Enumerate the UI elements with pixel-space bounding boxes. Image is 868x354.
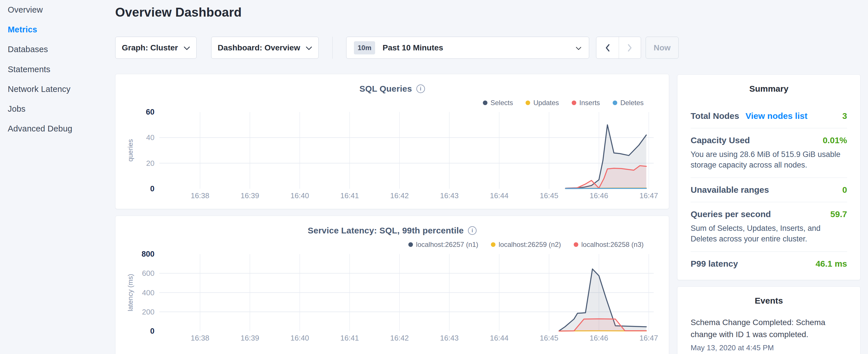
svg-text:16:44: 16:44 — [490, 191, 508, 200]
sidebar: OverviewMetricsDatabasesStatementsNetwor… — [0, 0, 113, 354]
svg-text:16:38: 16:38 — [191, 191, 209, 200]
chart-plot-svg: 16:3816:3916:4016:4116:4216:4316:4416:45… — [116, 74, 669, 207]
next-range-button[interactable] — [619, 37, 641, 58]
svg-text:16:39: 16:39 — [241, 334, 259, 342]
svg-text:16:44: 16:44 — [490, 334, 508, 342]
sql-queries-plot[interactable]: 16:3816:3916:4016:4116:4216:4316:4416:45… — [116, 74, 669, 209]
svg-text:16:43: 16:43 — [440, 191, 459, 200]
chevron-right-icon — [627, 44, 632, 52]
svg-text:600: 600 — [142, 269, 154, 278]
svg-text:16:42: 16:42 — [390, 191, 409, 200]
service-latency-plot[interactable]: 16:3816:3916:4016:4116:4216:4316:4416:45… — [116, 216, 669, 354]
toolbar: Graph: Cluster Dashboard: Overview 10m P… — [115, 37, 679, 59]
svg-text:0: 0 — [150, 185, 154, 193]
time-range-label: Past 10 Minutes — [382, 43, 443, 53]
events-panel: Events Schema Change Completed: Schema c… — [677, 286, 861, 354]
svg-text:queries: queries — [126, 139, 134, 162]
svg-text:200: 200 — [142, 308, 154, 316]
svg-text:0: 0 — [150, 327, 154, 335]
view-nodes-list-link[interactable]: View nodes list — [745, 111, 807, 121]
sql-queries-chart-card: SQL Queries i SelectsUpdatesInsertsDelet… — [115, 74, 669, 209]
svg-text:16:40: 16:40 — [290, 334, 309, 342]
event-timestamp: May 13, 2020 at 4:45 PM — [691, 344, 847, 352]
sidebar-item-advanced-debug[interactable]: Advanced Debug — [8, 125, 72, 133]
svg-text:16:40: 16:40 — [290, 191, 309, 200]
event-text: Schema Change Completed: Schema change w… — [691, 317, 847, 341]
summary-row-value: 0 — [842, 185, 847, 195]
main-content: Overview Dashboard Graph: Cluster Dashbo… — [115, 0, 679, 354]
summary-row-value: 3 — [842, 111, 847, 121]
summary-title: Summary — [691, 84, 847, 94]
event-item[interactable]: Schema Change Completed: Schema change w… — [691, 317, 847, 352]
summary-row-main: Capacity Used0.01% — [691, 135, 847, 145]
dashboard-dropdown-label: Dashboard: Overview — [218, 43, 300, 53]
summary-row-label: Queries per second — [691, 210, 771, 219]
svg-text:16:41: 16:41 — [340, 191, 359, 200]
svg-text:16:39: 16:39 — [241, 191, 259, 200]
svg-text:16:47: 16:47 — [639, 191, 658, 200]
summary-row: Total NodesView nodes list3 — [691, 104, 847, 128]
chevron-left-icon — [605, 44, 610, 52]
svg-text:16:42: 16:42 — [390, 334, 409, 342]
svg-text:60: 60 — [146, 108, 154, 116]
now-button[interactable]: Now — [646, 37, 679, 59]
summary-row-label: Unavailable ranges — [691, 185, 769, 195]
chart-plot-svg: 16:3816:3916:4016:4116:4216:4316:4416:45… — [116, 216, 669, 350]
dashboard-dropdown[interactable]: Dashboard: Overview — [211, 37, 319, 59]
svg-text:16:45: 16:45 — [539, 334, 558, 342]
sidebar-item-databases[interactable]: Databases — [8, 45, 48, 54]
summary-row-main: P99 latency46.1 ms — [691, 259, 847, 269]
sidebar-item-metrics[interactable]: Metrics — [8, 26, 37, 34]
svg-text:800: 800 — [142, 250, 154, 258]
summary-row-label: Total Nodes — [691, 111, 739, 121]
svg-text:40: 40 — [146, 133, 154, 142]
summary-row: P99 latency46.1 ms — [691, 252, 847, 276]
events-title: Events — [691, 296, 847, 305]
previous-range-button[interactable] — [596, 37, 619, 58]
svg-text:16:38: 16:38 — [191, 334, 209, 342]
service-latency-chart-card: Service Latency: SQL, 99th percentile i … — [115, 216, 669, 354]
summary-row: Unavailable ranges0 — [691, 178, 847, 202]
sidebar-item-overview[interactable]: Overview — [8, 6, 43, 14]
svg-text:latency (ms): latency (ms) — [126, 274, 134, 311]
sidebar-item-network-latency[interactable]: Network Latency — [8, 85, 70, 93]
chevron-down-icon — [306, 46, 312, 50]
svg-text:400: 400 — [142, 288, 154, 297]
chevron-down-icon — [184, 46, 190, 50]
time-range-selector[interactable]: 10m Past 10 Minutes — [346, 37, 589, 59]
summary-row-label: Capacity Used — [691, 135, 750, 145]
summary-row-value: 46.1 ms — [815, 259, 847, 269]
svg-text:16:45: 16:45 — [539, 191, 558, 200]
svg-text:16:47: 16:47 — [639, 334, 658, 342]
summary-row: Queries per second59.7Sum of Selects, Up… — [691, 202, 847, 252]
summary-rows: Total NodesView nodes list3Capacity Used… — [691, 104, 847, 276]
summary-row-main: Unavailable ranges0 — [691, 185, 847, 195]
svg-text:16:41: 16:41 — [340, 334, 359, 342]
summary-row-label: P99 latency — [691, 259, 738, 269]
summary-row-value: 59.7 — [831, 210, 847, 219]
svg-text:20: 20 — [146, 159, 154, 167]
page-title: Overview Dashboard — [115, 5, 242, 20]
graph-dropdown[interactable]: Graph: Cluster — [115, 37, 196, 59]
graph-dropdown-label: Graph: Cluster — [122, 43, 178, 53]
events-list: Schema Change Completed: Schema change w… — [691, 317, 847, 352]
svg-text:16:46: 16:46 — [589, 191, 608, 200]
svg-text:16:46: 16:46 — [589, 334, 608, 342]
summary-row-main: Queries per second59.7 — [691, 210, 847, 219]
time-range-badge: 10m — [354, 41, 375, 55]
summary-row-value: 0.01% — [823, 135, 847, 145]
summary-row-description: You are using 28.6 MiB of 515.9 GiB usab… — [691, 149, 847, 170]
time-pager — [596, 37, 641, 59]
summary-row: Capacity Used0.01%You are using 28.6 MiB… — [691, 128, 847, 178]
sidebar-item-statements[interactable]: Statements — [8, 65, 51, 74]
svg-text:16:43: 16:43 — [440, 334, 459, 342]
summary-row-main: Total NodesView nodes list3 — [691, 111, 847, 121]
summary-panel: Summary Total NodesView nodes list3Capac… — [677, 74, 861, 280]
summary-row-description: Sum of Selects, Updates, Inserts, and De… — [691, 223, 847, 244]
sidebar-item-jobs[interactable]: Jobs — [8, 105, 26, 113]
chevron-down-icon — [576, 47, 582, 50]
